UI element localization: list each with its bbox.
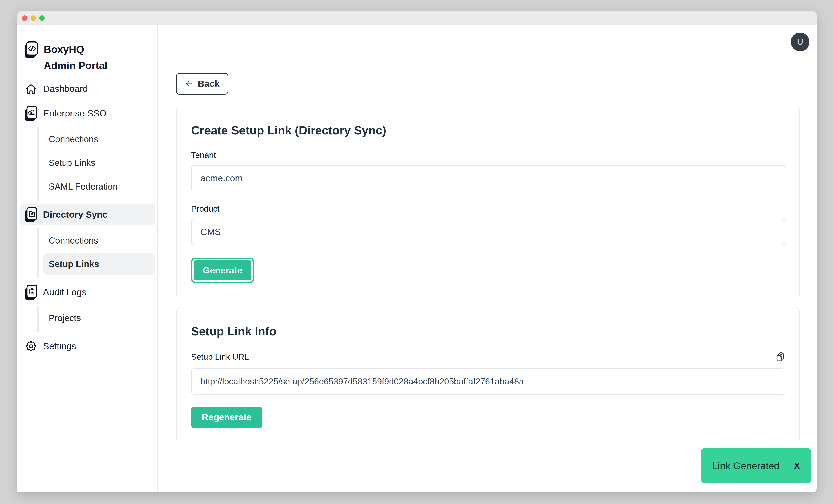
sidebar-subnav-enterprise-sso: Connections Setup Links SAML Federation bbox=[38, 127, 155, 201]
back-button-label: Back bbox=[198, 79, 220, 89]
sidebar-item-settings[interactable]: Settings bbox=[20, 335, 155, 357]
back-button[interactable]: Back bbox=[176, 73, 228, 94]
boxyhq-logo-icon bbox=[24, 41, 38, 58]
toast-link-generated: Link Generated X bbox=[701, 448, 811, 483]
sidebar-item-enterprise-sso[interactable]: Enterprise SSO bbox=[20, 103, 155, 124]
product-label: Product bbox=[191, 204, 785, 214]
brand-title: BoxyHQ Admin Portal bbox=[44, 41, 117, 73]
close-window-button[interactable] bbox=[22, 15, 27, 21]
tenant-label: Tenant bbox=[191, 151, 785, 160]
sidebar-nav: Dashboard bbox=[20, 78, 155, 357]
generate-button[interactable]: Generate bbox=[191, 258, 254, 283]
audit-logs-icon bbox=[24, 285, 38, 300]
sidebar-item-dashboard[interactable]: Dashboard bbox=[20, 78, 155, 100]
card-title: Create Setup Link (Directory Sync) bbox=[191, 124, 785, 137]
sidebar-item-label: Audit Logs bbox=[43, 287, 86, 298]
avatar[interactable]: U bbox=[791, 32, 810, 51]
sidebar-item-audit-logs[interactable]: Audit Logs bbox=[20, 281, 155, 303]
home-icon bbox=[24, 83, 38, 95]
sidebar-subnav-audit-logs: Projects bbox=[38, 306, 155, 332]
sidebar: BoxyHQ Admin Portal Dashboard bbox=[17, 25, 158, 492]
sidebar-item-directory-sync[interactable]: Directory Sync bbox=[20, 204, 155, 225]
sidebar-item-dsync-setup-links[interactable]: Setup Links bbox=[43, 253, 155, 275]
enterprise-sso-icon bbox=[24, 106, 38, 121]
sidebar-item-saml-federation[interactable]: SAML Federation bbox=[43, 176, 155, 197]
minimize-window-button[interactable] bbox=[30, 15, 36, 21]
window-titlebar bbox=[17, 11, 817, 25]
sidebar-item-label: Enterprise SSO bbox=[43, 108, 107, 119]
setup-link-url-label: Setup Link URL bbox=[191, 352, 249, 362]
brand: BoxyHQ Admin Portal bbox=[20, 41, 155, 73]
setup-link-url-input[interactable] bbox=[191, 368, 785, 395]
zoom-window-button[interactable] bbox=[39, 15, 45, 21]
avatar-initial: U bbox=[797, 37, 803, 47]
setup-link-info-card: Setup Link Info Setup Link URL bbox=[176, 308, 800, 442]
toast-close-button[interactable]: X bbox=[794, 461, 800, 471]
sidebar-item-dsync-connections[interactable]: Connections bbox=[43, 230, 155, 251]
sidebar-item-label: Dashboard bbox=[43, 84, 88, 94]
sidebar-subnav-directory-sync: Connections Setup Links bbox=[38, 228, 155, 278]
gear-icon bbox=[24, 340, 38, 353]
regenerate-button[interactable]: Regenerate bbox=[191, 407, 262, 428]
create-setup-link-card: Create Setup Link (Directory Sync) Tenan… bbox=[176, 107, 800, 298]
app-window: BoxyHQ Admin Portal Dashboard bbox=[17, 11, 817, 492]
sidebar-item-audit-projects[interactable]: Projects bbox=[43, 307, 155, 329]
copy-icon[interactable] bbox=[775, 351, 785, 363]
sidebar-item-label: Settings bbox=[43, 341, 76, 351]
directory-sync-icon bbox=[24, 207, 38, 223]
main-area: U Back Create Setup Link (Directory Sy bbox=[158, 25, 817, 492]
top-header: U bbox=[158, 25, 817, 59]
sidebar-item-label: Directory Sync bbox=[43, 210, 108, 220]
product-input[interactable] bbox=[191, 219, 785, 245]
card-title: Setup Link Info bbox=[191, 325, 785, 338]
sidebar-item-sso-setup-links[interactable]: Setup Links bbox=[43, 152, 155, 174]
sidebar-item-sso-connections[interactable]: Connections bbox=[43, 128, 155, 150]
toast-message: Link Generated bbox=[712, 460, 780, 472]
tenant-input[interactable] bbox=[191, 165, 785, 191]
page-content: Back Create Setup Link (Directory Sync) … bbox=[158, 59, 817, 442]
arrow-left-icon bbox=[185, 80, 194, 88]
